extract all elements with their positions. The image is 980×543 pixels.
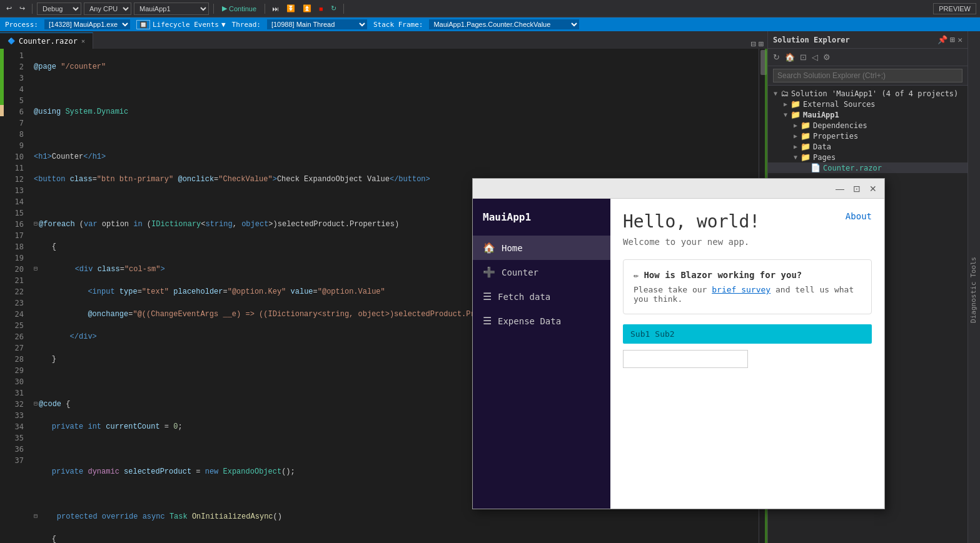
tree-item-data[interactable]: ▶ 📁 Data bbox=[768, 141, 967, 152]
fetchdata-nav-icon: ☰ bbox=[483, 291, 492, 302]
step-out-button[interactable]: ⏫ bbox=[300, 3, 314, 14]
stack-label: Stack Frame: bbox=[373, 21, 423, 29]
debug-dropdown[interactable]: Debug Release bbox=[37, 2, 81, 15]
counter-razor-tab[interactable]: 🔷 Counter.razor ✕ bbox=[0, 32, 93, 49]
brief-survey-link[interactable]: brief survey bbox=[712, 285, 770, 294]
preview-nav-expense[interactable]: ☰ Expense Data bbox=[473, 309, 610, 333]
project-dropdown[interactable]: MauiApp1 bbox=[134, 2, 209, 15]
dependencies-icon: 📁 bbox=[801, 121, 811, 130]
stack-select[interactable]: MauiApp1.Pages.Counter.CheckValue bbox=[429, 19, 579, 29]
tree-arrow-data[interactable]: ▶ bbox=[791, 143, 801, 150]
preview-nav-home[interactable]: 🏠 Home bbox=[473, 236, 610, 260]
tree-arrow-external[interactable]: ▶ bbox=[780, 101, 791, 107]
expand-icon[interactable]: ⊞ bbox=[759, 39, 764, 49]
fold-icon-16[interactable]: ⊟ bbox=[34, 399, 38, 410]
lifecycle-dropdown-icon[interactable]: ▼ bbox=[221, 21, 226, 29]
line-num-5: 5 bbox=[4, 95, 24, 106]
stop-button[interactable]: ■ bbox=[316, 4, 326, 14]
collapse-icon[interactable]: ⊟ bbox=[750, 39, 755, 49]
preview-heading: Hello, world! bbox=[623, 211, 872, 232]
se-maximize-icon[interactable]: ⊞ bbox=[950, 35, 955, 44]
line-num-16: 16 bbox=[4, 219, 24, 230]
line-num-17: 17 bbox=[4, 230, 24, 241]
preview-minimize-button[interactable]: — bbox=[833, 182, 847, 195]
se-preview-button[interactable]: ◁ bbox=[811, 51, 819, 63]
line-num-31: 31 bbox=[4, 387, 24, 399]
preview-nav-fetchdata[interactable]: ☰ Fetch data bbox=[473, 284, 610, 309]
line-num-25: 25 bbox=[4, 320, 24, 331]
preview-restore-button[interactable]: ⊡ bbox=[851, 182, 863, 195]
about-link[interactable]: About bbox=[846, 211, 872, 221]
tree-item-solution[interactable]: ▼ 🗂 Solution 'MauiApp1' (4 of 4 projects… bbox=[768, 88, 967, 99]
code-line-5: <h1>Counter</h1> bbox=[34, 151, 759, 162]
home-nav-label: Home bbox=[502, 243, 523, 253]
line-num-12: 12 bbox=[4, 174, 24, 185]
se-settings-button[interactable]: ⚙ bbox=[822, 51, 832, 63]
preview-window: — ⊡ ✕ MauiApp1 🏠 Home ➕ Counter ☰ Fetch … bbox=[472, 178, 885, 509]
fold-icon-21[interactable]: ⊟ bbox=[34, 511, 38, 522]
tree-item-properties[interactable]: ▶ 📁 Properties bbox=[768, 131, 967, 141]
se-search-input[interactable] bbox=[773, 69, 962, 82]
process-bar: Process: [14328] MauiApp1.exe 🔲 Lifecycl… bbox=[0, 17, 980, 31]
tree-item-external[interactable]: ▶ 📁 External Sources bbox=[768, 99, 967, 109]
process-label: Process: bbox=[5, 21, 38, 29]
se-sync-button[interactable]: ↻ bbox=[772, 51, 781, 63]
line-num-35: 35 bbox=[4, 432, 24, 444]
tree-item-pages[interactable]: ▼ 📁 Pages bbox=[768, 152, 967, 162]
line-num-30: 30 bbox=[4, 376, 24, 387]
se-pin-icon[interactable]: 📌 bbox=[937, 35, 947, 44]
tree-arrow-deps[interactable]: ▶ bbox=[791, 122, 801, 129]
tree-arrow-solution[interactable]: ▼ bbox=[770, 90, 780, 97]
thread-select[interactable]: [10988] Main Thread bbox=[267, 19, 367, 29]
sub1-link[interactable]: Sub1 bbox=[630, 329, 650, 339]
tree-arrow-props[interactable]: ▶ bbox=[791, 132, 801, 139]
counter-nav-label: Counter bbox=[502, 267, 538, 277]
preview-button[interactable]: PREVIEW bbox=[933, 3, 976, 14]
step-into-button[interactable]: ⏬ bbox=[284, 3, 298, 14]
preview-subtext: Welcome to your new app. bbox=[623, 237, 872, 247]
preview-nav-counter[interactable]: ➕ Counter bbox=[473, 260, 610, 284]
preview-content: About Hello, world! Welcome to your new … bbox=[610, 199, 884, 509]
line-num-18: 18 bbox=[4, 241, 24, 252]
cpu-dropdown[interactable]: Any CPU x64 x86 bbox=[84, 2, 131, 15]
fold-icon-8[interactable]: ⊟ bbox=[34, 219, 38, 230]
line-num-11: 11 bbox=[4, 162, 24, 174]
se-home-button[interactable]: 🏠 bbox=[784, 51, 796, 63]
blazor-card-title: ✏️ How is Blazor working for you? bbox=[634, 270, 861, 280]
sub2-link[interactable]: Sub2 bbox=[655, 329, 674, 339]
blazor-card-text: Please take our brief survey and tell us… bbox=[634, 285, 861, 304]
undo-button[interactable]: ↩ bbox=[4, 3, 14, 14]
line-num-2: 2 bbox=[4, 61, 24, 72]
se-filter-button[interactable]: ⊡ bbox=[799, 51, 808, 63]
fold-icon-10[interactable]: ⊟ bbox=[34, 264, 38, 275]
tree-arrow-mauiapp1[interactable]: ▼ bbox=[780, 111, 791, 118]
code-line-2 bbox=[34, 84, 759, 95]
redo-button[interactable]: ↪ bbox=[17, 3, 28, 14]
step-over-button[interactable]: ⏭ bbox=[270, 4, 281, 14]
tree-item-dependencies[interactable]: ▶ 📁 Dependencies bbox=[768, 120, 967, 131]
restart-button[interactable]: ↻ bbox=[328, 3, 339, 14]
preview-label: PREVIEW bbox=[939, 5, 971, 12]
line-num-32: 32 bbox=[4, 399, 24, 410]
survey-input[interactable] bbox=[623, 350, 748, 368]
continue-label: Continue bbox=[229, 5, 256, 12]
tab-close-icon[interactable]: ✕ bbox=[81, 37, 85, 44]
process-select[interactable]: [14328] MauiApp1.exe bbox=[44, 19, 130, 29]
se-close-icon[interactable]: ✕ bbox=[957, 35, 962, 44]
line-numbers: 1 2 3 4 5 6 7 8 9 10 11 12 13 14 15 16 1… bbox=[4, 49, 29, 543]
preview-app-title: MauiApp1 bbox=[473, 206, 610, 236]
tree-item-counter-razor[interactable]: 📄 Counter.razor bbox=[768, 162, 967, 173]
tree-arrow-pages[interactable]: ▼ bbox=[791, 154, 801, 161]
continue-button[interactable]: ▶ Continue bbox=[218, 3, 260, 14]
line-num-19: 19 bbox=[4, 252, 24, 264]
expense-nav-label: Expense Data bbox=[498, 316, 561, 326]
diagnostic-tools-label[interactable]: Diagnostic Tools bbox=[967, 254, 980, 326]
line-num-22: 22 bbox=[4, 286, 24, 297]
dependencies-label: Dependencies bbox=[813, 121, 867, 130]
line-num-4: 4 bbox=[4, 84, 24, 95]
expense-nav-icon: ☰ bbox=[483, 315, 492, 327]
tab-label: Counter.razor bbox=[19, 37, 78, 46]
line-num-20: 20 bbox=[4, 264, 24, 275]
tree-item-mauiapp1[interactable]: ▼ 📁 MauiApp1 bbox=[768, 109, 967, 120]
preview-close-button[interactable]: ✕ bbox=[867, 182, 879, 195]
